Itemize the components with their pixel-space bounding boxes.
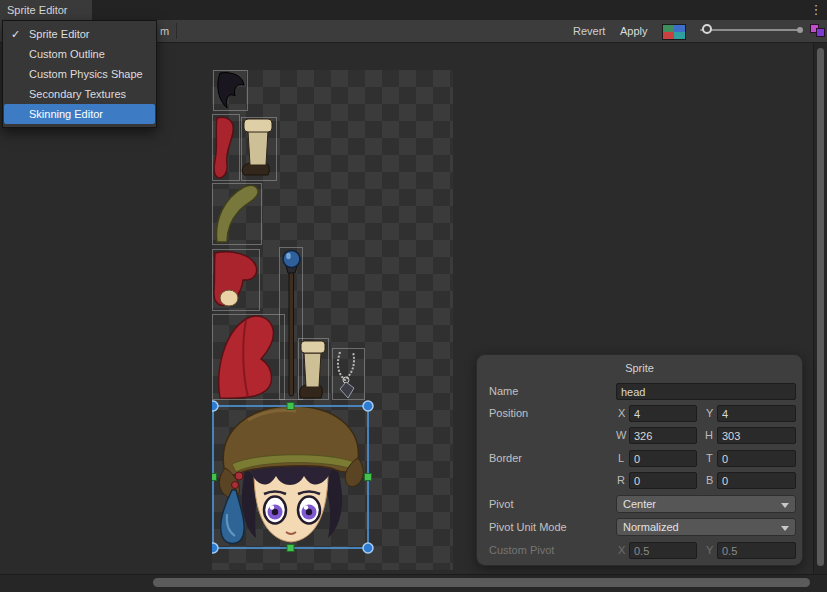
pivot-unit-mode-label: Pivot Unit Mode bbox=[489, 519, 567, 536]
toolbar-separator bbox=[176, 23, 177, 39]
position-h-input[interactable] bbox=[717, 427, 796, 444]
menu-item-label: Custom Physics Shape bbox=[29, 68, 143, 80]
sprite-boot-small[interactable] bbox=[300, 341, 325, 398]
name-label: Name bbox=[489, 383, 518, 400]
border-r-input[interactable] bbox=[629, 472, 697, 489]
sprite-amulet[interactable] bbox=[338, 352, 354, 398]
menu-item-custom-physics-shape[interactable]: Custom Physics Shape bbox=[3, 64, 156, 84]
sprite-hat-piece[interactable] bbox=[219, 316, 274, 398]
selection-handle-top-mid[interactable] bbox=[287, 403, 294, 410]
apply-button[interactable]: Apply bbox=[620, 20, 648, 42]
window-tab-sprite-editor[interactable]: Sprite Editor bbox=[0, 0, 92, 20]
custom-pivot-x-input bbox=[629, 542, 697, 559]
selection-handle-top-right[interactable] bbox=[363, 401, 373, 411]
pivot-unit-mode-dropdown[interactable]: Normalized bbox=[616, 518, 796, 536]
pivot-unit-mode-dropdown-value: Normalized bbox=[623, 521, 679, 533]
color-chip-teal bbox=[674, 32, 685, 39]
menu-item-label: Sprite Editor bbox=[29, 28, 90, 40]
border-b-input[interactable] bbox=[717, 472, 796, 489]
name-input[interactable] bbox=[616, 383, 796, 400]
border-l-label: L bbox=[618, 450, 624, 467]
menu-item-label: Secondary Textures bbox=[29, 88, 126, 100]
position-x-label: X bbox=[618, 405, 625, 422]
color-chip-green bbox=[663, 25, 674, 32]
border-t-label: T bbox=[706, 450, 713, 467]
selection-handle-left-mid[interactable] bbox=[212, 474, 217, 481]
checkmark-icon: ✓ bbox=[11, 24, 20, 44]
selection-handle-top-left[interactable] bbox=[212, 401, 218, 411]
color-chip-blue bbox=[674, 25, 685, 32]
border-t-input[interactable] bbox=[717, 450, 796, 467]
border-label: Border bbox=[489, 450, 522, 467]
position-w-input[interactable] bbox=[629, 427, 697, 444]
chevron-down-icon bbox=[781, 526, 789, 531]
zoom-slider-handle[interactable] bbox=[702, 24, 712, 34]
sprite-staff[interactable] bbox=[283, 251, 300, 397]
selection-handle-right-mid[interactable] bbox=[365, 474, 372, 481]
custom-pivot-y-input bbox=[717, 542, 796, 559]
zoom-slider-track[interactable] bbox=[700, 29, 802, 31]
color-chip-red bbox=[663, 32, 674, 39]
trim-button-partial[interactable]: m bbox=[160, 20, 169, 42]
border-b-label: B bbox=[706, 472, 713, 489]
sprite-head[interactable] bbox=[219, 406, 363, 544]
mip-square-back bbox=[816, 28, 825, 37]
menu-item-secondary-textures[interactable]: Secondary Textures bbox=[3, 84, 156, 104]
sprite-arm[interactable] bbox=[214, 117, 233, 178]
border-r-label: R bbox=[617, 472, 625, 489]
menu-item-custom-outline[interactable]: Custom Outline bbox=[3, 44, 156, 64]
menu-item-label: Custom Outline bbox=[29, 48, 105, 60]
sprite-boot[interactable] bbox=[242, 119, 272, 175]
selection-handle-bottom-mid[interactable] bbox=[287, 545, 294, 552]
border-l-input[interactable] bbox=[629, 450, 697, 467]
position-w-label: W bbox=[616, 427, 626, 444]
vertical-scrollbar-thumb[interactable] bbox=[817, 48, 824, 566]
panel-title: Sprite bbox=[477, 362, 802, 374]
sprite-hair-fragment[interactable] bbox=[218, 73, 244, 108]
custom-pivot-label: Custom Pivot bbox=[489, 542, 554, 559]
chevron-down-icon bbox=[781, 503, 789, 508]
horizontal-scrollbar-thumb[interactable] bbox=[153, 578, 810, 587]
position-label: Position bbox=[489, 405, 528, 422]
sprite-editor-mode-menu: ✓ Sprite Editor Custom Outline Custom Ph… bbox=[2, 20, 157, 128]
title-bar: Sprite Editor ⋮ bbox=[0, 0, 827, 20]
mip-levels-icon[interactable] bbox=[810, 23, 826, 38]
pivot-dropdown-value: Center bbox=[623, 498, 656, 510]
custom-pivot-x-label: X bbox=[618, 542, 625, 559]
kebab-menu-icon[interactable]: ⋮ bbox=[808, 0, 824, 20]
menu-item-skinning-editor[interactable]: Skinning Editor bbox=[4, 104, 155, 124]
mip-slider-handle[interactable] bbox=[797, 27, 803, 33]
position-x-input[interactable] bbox=[629, 405, 697, 422]
color-mode-icon[interactable] bbox=[662, 24, 686, 40]
sprite-inspector-panel: Sprite Name Position X Y W H Border L T … bbox=[476, 354, 803, 566]
window-tab-label: Sprite Editor bbox=[7, 4, 68, 16]
revert-button[interactable]: Revert bbox=[573, 20, 605, 42]
position-y-input[interactable] bbox=[717, 405, 796, 422]
menu-item-sprite-editor[interactable]: ✓ Sprite Editor bbox=[3, 24, 156, 44]
menu-item-label: Skinning Editor bbox=[29, 108, 103, 120]
selection-handle-bottom-right[interactable] bbox=[363, 543, 373, 553]
texture-canvas[interactable] bbox=[212, 70, 453, 570]
pivot-dropdown[interactable]: Center bbox=[616, 495, 796, 513]
sprite-sleeve[interactable] bbox=[214, 252, 257, 306]
position-h-label: H bbox=[705, 427, 713, 444]
selection-handle-bottom-left[interactable] bbox=[212, 543, 218, 553]
custom-pivot-y-label: Y bbox=[706, 542, 713, 559]
position-y-label: Y bbox=[706, 405, 713, 422]
pivot-label: Pivot bbox=[489, 496, 513, 513]
sprite-scarf[interactable] bbox=[216, 185, 258, 242]
sprite-sheet bbox=[212, 70, 453, 570]
